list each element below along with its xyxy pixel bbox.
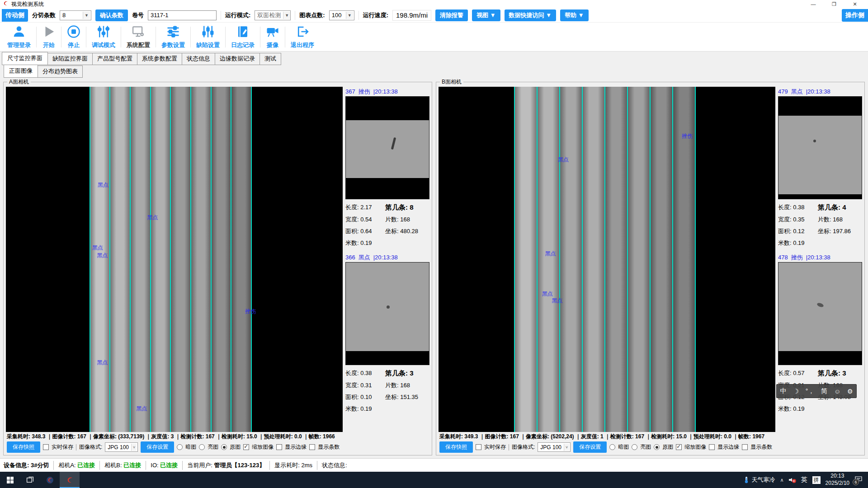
zoom-image-checkbox[interactable] — [676, 444, 682, 450]
defect-seq: 479 — [778, 88, 788, 95]
task-view-icon[interactable] — [20, 472, 40, 488]
original-image-label: 原图 — [230, 443, 241, 451]
punctuation-toggle[interactable]: °， — [806, 387, 815, 395]
play-icon — [42, 25, 56, 40]
user-icon — [12, 25, 26, 40]
tool-label: 调试模式 — [92, 41, 115, 49]
chart-points-select[interactable]: 100▼ — [329, 10, 354, 20]
sub-tab[interactable]: 分布趋势图表 — [38, 66, 83, 78]
save-snapshot-button[interactable]: 保存快照 — [7, 441, 40, 453]
stat-pieces: 片数: 168 — [385, 216, 429, 224]
drive-side-button[interactable]: 传动侧 — [2, 9, 28, 22]
user-tool-button[interactable]: 管理登录 — [2, 25, 36, 49]
main-tab[interactable]: 缺陷监控界面 — [47, 53, 93, 65]
ime-indicator[interactable]: 拼 — [812, 476, 821, 484]
realtime-save-checkbox[interactable] — [476, 444, 481, 450]
notification-center-icon[interactable]: 6 — [854, 476, 863, 484]
emoji-icon[interactable]: ☺ — [834, 388, 840, 395]
save-snapshot-button[interactable]: 保存快照 — [439, 441, 473, 453]
defect-card-header[interactable]: 367挫伤|20:13:38 — [345, 87, 429, 96]
stop-tool-button[interactable]: 停止 — [61, 25, 86, 49]
main-tab[interactable]: 系统参数配置 — [137, 53, 182, 65]
window-title: 视觉检测系统 — [11, 0, 44, 8]
defect-type: 黑点 — [791, 88, 803, 96]
show-edge-label: 显示边缘 — [717, 443, 739, 451]
maximize-button[interactable]: ❐ — [824, 1, 844, 7]
sub-tab[interactable]: 正面图像 — [4, 65, 38, 78]
camera-a-controls: 保存快照 实时保存 图像格式: JPG 100˅ 保存设置 暗图 亮图 — [6, 441, 343, 453]
dark-image-label: 暗图 — [618, 443, 629, 451]
data-quick-access-menu-button[interactable]: 数据快捷访问 ▼ — [505, 9, 556, 21]
bright-image-radio[interactable] — [199, 444, 205, 450]
bright-image-radio[interactable] — [632, 444, 637, 450]
main-tabs: 尺寸监控界面缺陷监控界面产品型号配置系统参数配置状态信息边缘数据记录测试 — [0, 52, 868, 65]
params-sliders-tool-button[interactable]: 参数设置 — [156, 25, 190, 49]
video-camera-tool-button[interactable]: 摄像 — [260, 25, 285, 49]
strip-zone-b — [514, 87, 696, 432]
defect-stats: 长度: 2.17第几条: 8宽度: 0.54片数: 168面积: 0.64坐标:… — [345, 199, 429, 247]
exit-tool-button[interactable]: 退出程序 — [285, 25, 320, 49]
stat-area: 面积: 0.10 — [345, 393, 385, 401]
roll-input[interactable]: 3117-1 — [148, 10, 217, 20]
save-settings-button[interactable]: 保存设置 — [573, 441, 607, 453]
defect-card-header[interactable]: 366黑点|20:13:38 — [345, 253, 429, 262]
close-button[interactable]: ✕ — [844, 1, 865, 7]
log-book-tool-button[interactable]: 日志记录 — [226, 25, 260, 49]
debug-sliders-tool-button[interactable]: 调试模式 — [86, 25, 121, 49]
tray-expand-chevron[interactable]: ∧ — [780, 477, 784, 483]
help-menu-button[interactable]: 帮助 ▼ — [560, 9, 588, 21]
realtime-save-checkbox[interactable] — [43, 444, 49, 450]
defect-card-header[interactable]: 478挫伤|20:13:38 — [778, 253, 862, 262]
zoom-image-checkbox[interactable] — [243, 444, 249, 450]
pinned-app-icon[interactable] — [40, 472, 60, 488]
defect-cards-a: 367挫伤|20:13:38长度: 2.17第几条: 8宽度: 0.54片数: … — [345, 87, 429, 453]
device-info-value: 3#分切 — [31, 462, 49, 469]
windows-start-icon[interactable] — [0, 472, 20, 488]
dark-image-radio[interactable] — [609, 444, 615, 450]
defect-label: 黑点 — [98, 181, 108, 189]
main-tab[interactable]: 测试 — [259, 53, 281, 65]
main-tab[interactable]: 产品型号配置 — [92, 53, 137, 65]
chart-points-label: 图表点数: — [299, 11, 325, 19]
simplified-toggle[interactable]: 简 — [821, 387, 827, 395]
gear-icon[interactable]: ⚙ — [847, 388, 853, 395]
save-settings-button[interactable]: 保存设置 — [141, 441, 174, 453]
ime-chinese-mode[interactable]: 中 — [780, 387, 786, 395]
defect-card-header[interactable]: 479黑点|20:13:38 — [778, 87, 862, 96]
show-count-checkbox[interactable] — [742, 444, 748, 450]
minimize-button[interactable]: — — [803, 1, 824, 7]
status-bar: 设备信息: 3#分切 相机A: 已连接 相机B: 已连接 IO: 已连接 当前用… — [0, 458, 868, 472]
show-count-checkbox[interactable] — [309, 444, 315, 450]
main-tab[interactable]: 尺寸监控界面 — [2, 52, 48, 65]
stat-area: 面积: 0.12 — [778, 227, 818, 235]
confirm-count-button[interactable]: 确认条数 — [95, 9, 128, 21]
operator-side-button[interactable]: 操作侧 — [842, 9, 868, 22]
weather-widget[interactable]: 天气寒冷 — [743, 476, 775, 484]
clock[interactable]: 20:13 2025/2/10 — [826, 473, 849, 487]
image-format-select[interactable]: JPG 100˅ — [105, 442, 138, 452]
image-format-label: 图像格式: — [512, 443, 535, 451]
chevron-down-icon: ▼ — [346, 12, 353, 19]
view-menu-button[interactable]: 视图 ▼ — [472, 9, 500, 21]
run-mode-select[interactable]: 双面检测▼ — [255, 10, 291, 20]
moon-icon[interactable]: ☽ — [793, 388, 799, 395]
system-config-tool-button[interactable]: 系统配置 — [121, 25, 156, 49]
speaker-muted-icon[interactable]: ✕ — [789, 477, 796, 483]
original-image-radio[interactable] — [654, 444, 660, 450]
image-format-select[interactable]: JPG 100˅ — [538, 442, 571, 452]
original-image-radio[interactable] — [221, 444, 227, 450]
play-tool-button[interactable]: 开始 — [37, 25, 61, 49]
show-edge-checkbox[interactable] — [276, 444, 282, 450]
clear-alarm-button[interactable]: 清除报警 — [435, 9, 468, 21]
main-tab[interactable]: 状态信息 — [182, 53, 215, 65]
show-edge-checkbox[interactable] — [709, 444, 715, 450]
dark-image-radio[interactable] — [177, 444, 183, 450]
defect-time: |20:13:38 — [806, 88, 830, 95]
stat-strip: 第几条: 4 — [818, 203, 862, 212]
language-indicator[interactable]: 英 — [801, 476, 807, 484]
main-tab[interactable]: 边缘数据记录 — [215, 53, 260, 65]
tool-label: 开始 — [43, 41, 55, 49]
running-app-icon[interactable] — [60, 472, 80, 488]
defect-sliders-tool-button[interactable]: 缺陷设置 — [191, 25, 225, 49]
slit-count-select[interactable]: 8▼ — [60, 10, 91, 20]
